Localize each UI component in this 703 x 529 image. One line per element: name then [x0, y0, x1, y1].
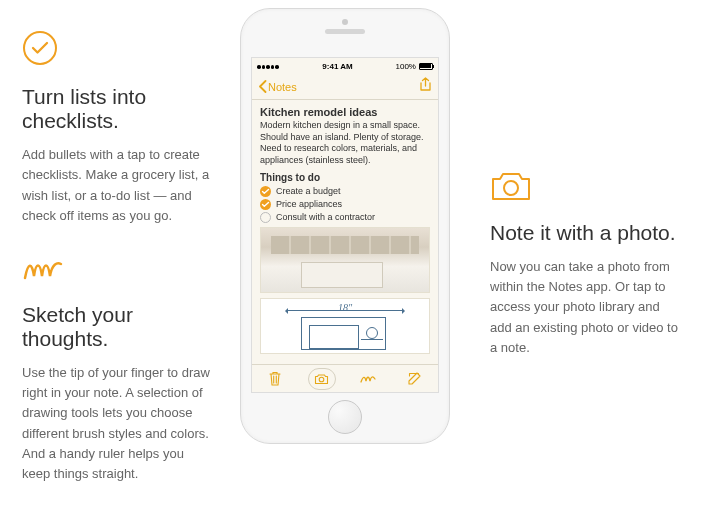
- checklist-item-label: Price appliances: [276, 199, 342, 209]
- feature-photo: Note it with a photo. Now you can take a…: [490, 170, 685, 358]
- feature-checklist: Turn lists into checklists. Add bullets …: [22, 30, 215, 226]
- left-column: Turn lists into checklists. Add bullets …: [0, 0, 230, 529]
- feature-sketch-body: Use the tip of your finger to draw right…: [22, 363, 215, 484]
- checklist-item-label: Create a budget: [276, 186, 341, 196]
- trash-button[interactable]: [260, 371, 290, 387]
- feature-checklist-body: Add bullets with a tap to create checkli…: [22, 145, 215, 226]
- chevron-left-icon: [258, 80, 267, 93]
- checkmark-circle-icon: [22, 30, 215, 70]
- note-toolbar: [252, 364, 438, 392]
- svg-point-0: [24, 32, 56, 64]
- note-section-heading: Things to do: [260, 172, 430, 183]
- status-time: 9:41 AM: [322, 62, 352, 71]
- note-description: Modern kitchen design in a small space. …: [260, 120, 430, 167]
- feature-checklist-title: Turn lists into checklists.: [22, 85, 215, 133]
- battery-icon: [419, 63, 433, 70]
- signal-dots-icon: [257, 62, 280, 71]
- squiggle-icon: [22, 256, 215, 288]
- draw-button[interactable]: [353, 373, 383, 385]
- checklist-row[interactable]: Price appliances: [260, 199, 430, 210]
- svg-point-2: [504, 181, 518, 195]
- status-bar: 9:41 AM 100%: [252, 58, 438, 74]
- phone-screen: 9:41 AM 100% Notes: [251, 57, 439, 393]
- nav-bar: Notes: [252, 74, 438, 100]
- feature-photo-title: Note it with a photo.: [490, 221, 685, 245]
- checklist-row[interactable]: Consult with a contractor: [260, 212, 430, 223]
- back-button[interactable]: Notes: [258, 80, 297, 93]
- share-button[interactable]: [419, 77, 432, 96]
- iphone-device: 9:41 AM 100% Notes: [240, 8, 450, 444]
- check-filled-icon[interactable]: [260, 186, 271, 197]
- check-empty-icon[interactable]: [260, 212, 271, 223]
- center-column: 9:41 AM 100% Notes: [230, 0, 460, 529]
- feature-sketch-title: Sketch your thoughts.: [22, 303, 215, 351]
- phone-camera-dot: [342, 19, 348, 25]
- note-content[interactable]: Kitchen remodel ideas Modern kitchen des…: [252, 100, 438, 360]
- camera-icon: [490, 170, 685, 206]
- home-button[interactable]: [328, 400, 362, 434]
- right-column: Note it with a photo. Now you can take a…: [460, 0, 703, 529]
- note-title: Kitchen remodel ideas: [260, 106, 430, 118]
- checklist-row[interactable]: Create a budget: [260, 186, 430, 197]
- feature-sketch: Sketch your thoughts. Use the tip of you…: [22, 256, 215, 484]
- feature-photo-body: Now you can take a photo from within the…: [490, 257, 685, 358]
- sketch-drawing[interactable]: 18": [260, 298, 430, 354]
- kitchen-photo[interactable]: [260, 227, 430, 293]
- back-label: Notes: [268, 81, 297, 93]
- camera-button[interactable]: [307, 368, 337, 390]
- check-filled-icon[interactable]: [260, 199, 271, 210]
- battery-percent: 100%: [396, 62, 416, 71]
- svg-point-1: [319, 377, 324, 382]
- checklist-item-label: Consult with a contractor: [276, 212, 375, 222]
- compose-button[interactable]: [400, 371, 430, 386]
